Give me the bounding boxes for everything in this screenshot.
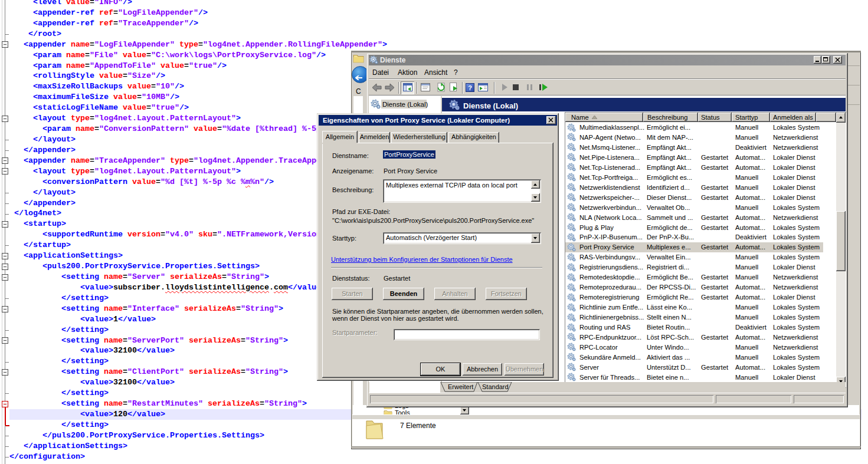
svg-text:Erweitert: Erweitert (448, 383, 473, 390)
svg-text:Standard: Standard (482, 383, 509, 390)
